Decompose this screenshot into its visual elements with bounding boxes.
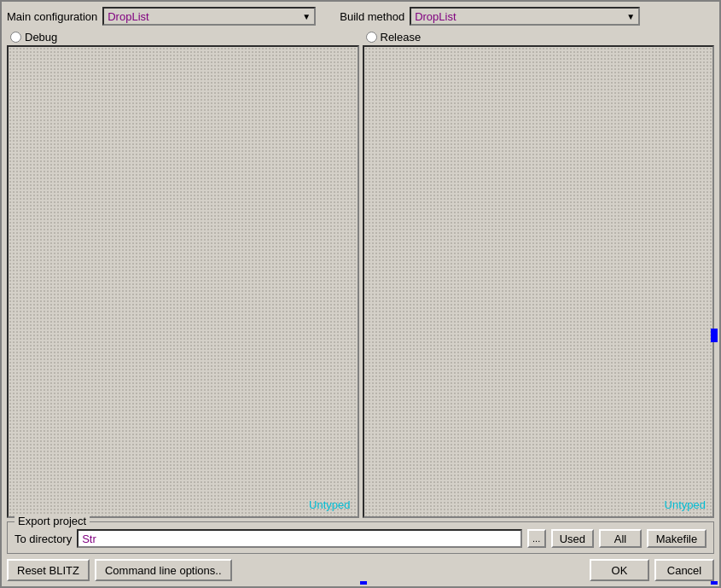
main-config-value: DropList [108, 10, 148, 23]
release-radio-row: Release [363, 31, 715, 44]
debug-radio-row: Debug [7, 31, 359, 44]
to-directory-label: To directory [15, 533, 72, 545]
debug-radio[interactable] [10, 32, 21, 43]
blue-bottom-indicator [360, 581, 367, 585]
build-method-dropdown[interactable]: DropList ▼ [410, 7, 640, 26]
right-panel-box: Untyped [363, 45, 715, 518]
main-config-arrow-icon: ▼ [302, 12, 311, 21]
all-button[interactable]: All [599, 529, 642, 548]
used-button[interactable]: Used [551, 529, 594, 548]
right-untyped-label: Untyped [665, 498, 706, 511]
bottom-left-buttons: Reset BLITZ Command line options.. [7, 559, 232, 581]
command-line-button[interactable]: Command line options.. [95, 559, 232, 581]
main-config-section: Main configuration DropList ▼ [7, 7, 316, 26]
right-panel-inner: Untyped [364, 47, 713, 516]
blue-bottom-right-indicator [711, 581, 718, 585]
main-config-label: Main configuration [7, 10, 97, 23]
main-config-dropdown[interactable]: DropList ▼ [102, 7, 316, 26]
bottom-bar: Reset BLITZ Command line options.. OK Ca… [7, 559, 714, 581]
left-untyped-label: Untyped [309, 498, 350, 511]
left-panel-section: Debug Untyped [7, 31, 359, 518]
build-method-value: DropList [415, 10, 456, 23]
release-radio[interactable] [366, 32, 377, 43]
cancel-button[interactable]: Cancel [654, 559, 714, 581]
build-method-label: Build method [340, 10, 404, 23]
reset-blitz-button[interactable]: Reset BLITZ [7, 559, 90, 581]
bottom-right-buttons: OK Cancel [590, 559, 714, 581]
export-row: To directory ... Used All Makefile [15, 529, 706, 548]
build-method-arrow-icon: ▼ [626, 12, 635, 21]
ok-button[interactable]: OK [590, 559, 649, 581]
release-label[interactable]: Release [381, 31, 422, 44]
main-window: Main configuration DropList ▼ Build meth… [0, 0, 721, 588]
export-group: Export project To directory ... Used All… [7, 521, 714, 554]
export-group-legend: Export project [15, 515, 90, 527]
top-bar: Main configuration DropList ▼ Build meth… [7, 7, 714, 26]
right-panel-section: Release Untyped [363, 31, 715, 518]
directory-input[interactable] [77, 529, 521, 548]
build-method-section: Build method DropList ▼ [340, 7, 640, 26]
browse-button[interactable]: ... [527, 529, 546, 548]
debug-label[interactable]: Debug [25, 31, 57, 44]
scrollbar-indicator [711, 329, 718, 342]
makefile-button[interactable]: Makefile [647, 529, 706, 548]
panels-container: Debug Untyped Release Untyped [7, 31, 714, 518]
left-panel-box: Untyped [7, 45, 359, 518]
left-panel-inner: Untyped [9, 47, 358, 516]
